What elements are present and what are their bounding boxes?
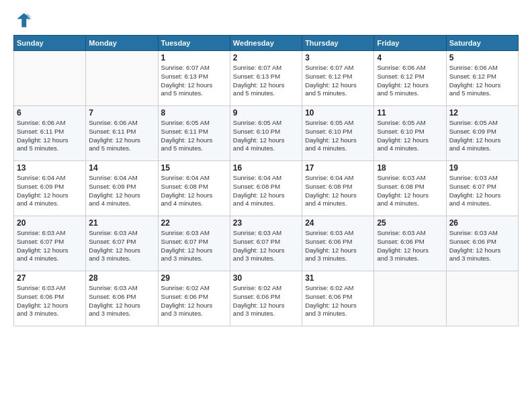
day-number: 7 [89, 108, 154, 118]
day-number: 23 [233, 218, 299, 228]
calendar-cell: 11Sunrise: 6:05 AM Sunset: 6:10 PM Dayli… [374, 106, 446, 161]
calendar-cell: 22Sunrise: 6:03 AM Sunset: 6:07 PM Dayli… [158, 216, 230, 271]
logo-icon [13, 11, 32, 30]
calendar-cell: 28Sunrise: 6:03 AM Sunset: 6:06 PM Dayli… [86, 271, 158, 326]
day-info: Sunrise: 6:05 AM Sunset: 6:10 PM Dayligh… [233, 119, 299, 153]
calendar-cell: 21Sunrise: 6:03 AM Sunset: 6:07 PM Dayli… [86, 216, 158, 271]
day-number: 4 [377, 53, 443, 62]
calendar-cell: 13Sunrise: 6:04 AM Sunset: 6:09 PM Dayli… [14, 161, 86, 216]
day-info: Sunrise: 6:03 AM Sunset: 6:07 PM Dayligh… [161, 229, 227, 263]
day-number: 14 [89, 163, 154, 173]
day-info: Sunrise: 6:04 AM Sunset: 6:08 PM Dayligh… [305, 174, 371, 208]
day-info: Sunrise: 6:05 AM Sunset: 6:10 PM Dayligh… [377, 119, 443, 153]
day-number: 12 [449, 108, 515, 118]
calendar-cell: 1Sunrise: 6:07 AM Sunset: 6:13 PM Daylig… [158, 51, 230, 106]
day-info: Sunrise: 6:04 AM Sunset: 6:08 PM Dayligh… [233, 174, 299, 208]
day-number: 25 [377, 218, 443, 228]
calendar-cell: 14Sunrise: 6:04 AM Sunset: 6:09 PM Dayli… [86, 161, 158, 216]
day-info: Sunrise: 6:03 AM Sunset: 6:07 PM Dayligh… [17, 229, 83, 263]
weekday-header-friday: Friday [374, 36, 446, 51]
weekday-header-monday: Monday [86, 36, 158, 51]
weekday-header-row: SundayMondayTuesdayWednesdayThursdayFrid… [14, 36, 519, 51]
week-row-4: 20Sunrise: 6:03 AM Sunset: 6:07 PM Dayli… [14, 216, 519, 271]
day-info: Sunrise: 6:02 AM Sunset: 6:06 PM Dayligh… [233, 284, 299, 318]
calendar-cell: 3Sunrise: 6:07 AM Sunset: 6:12 PM Daylig… [302, 51, 374, 106]
calendar-cell: 27Sunrise: 6:03 AM Sunset: 6:06 PM Dayli… [14, 271, 86, 326]
day-info: Sunrise: 6:04 AM Sunset: 6:09 PM Dayligh… [89, 174, 154, 208]
day-number: 28 [89, 273, 154, 283]
calendar-cell: 5Sunrise: 6:06 AM Sunset: 6:12 PM Daylig… [446, 51, 518, 106]
calendar-cell: 9Sunrise: 6:05 AM Sunset: 6:10 PM Daylig… [230, 106, 302, 161]
calendar-cell: 29Sunrise: 6:02 AM Sunset: 6:06 PM Dayli… [158, 271, 230, 326]
day-number: 2 [233, 53, 299, 62]
day-number: 22 [161, 218, 227, 228]
calendar-cell: 18Sunrise: 6:03 AM Sunset: 6:08 PM Dayli… [374, 161, 446, 216]
calendar-cell [86, 51, 158, 106]
page: SundayMondayTuesdayWednesdayThursdayFrid… [0, 0, 532, 411]
calendar-cell: 16Sunrise: 6:04 AM Sunset: 6:08 PM Dayli… [230, 161, 302, 216]
day-info: Sunrise: 6:06 AM Sunset: 6:12 PM Dayligh… [449, 64, 515, 98]
day-info: Sunrise: 6:03 AM Sunset: 6:06 PM Dayligh… [17, 284, 83, 318]
calendar-cell: 25Sunrise: 6:03 AM Sunset: 6:06 PM Dayli… [374, 216, 446, 271]
day-number: 5 [449, 53, 515, 62]
day-number: 16 [233, 163, 299, 173]
day-number: 24 [305, 218, 371, 228]
day-info: Sunrise: 6:05 AM Sunset: 6:11 PM Dayligh… [161, 119, 227, 153]
day-number: 29 [161, 273, 227, 283]
day-info: Sunrise: 6:06 AM Sunset: 6:12 PM Dayligh… [377, 64, 443, 98]
day-number: 8 [161, 108, 227, 118]
calendar-table: SundayMondayTuesdayWednesdayThursdayFrid… [13, 35, 519, 326]
calendar-cell [374, 271, 446, 326]
calendar-cell: 10Sunrise: 6:05 AM Sunset: 6:10 PM Dayli… [302, 106, 374, 161]
calendar-cell: 20Sunrise: 6:03 AM Sunset: 6:07 PM Dayli… [14, 216, 86, 271]
week-row-2: 6Sunrise: 6:06 AM Sunset: 6:11 PM Daylig… [14, 106, 519, 161]
day-info: Sunrise: 6:04 AM Sunset: 6:08 PM Dayligh… [161, 174, 227, 208]
day-info: Sunrise: 6:03 AM Sunset: 6:07 PM Dayligh… [89, 229, 154, 263]
day-number: 17 [305, 163, 371, 173]
weekday-header-tuesday: Tuesday [158, 36, 230, 51]
calendar-cell: 31Sunrise: 6:02 AM Sunset: 6:06 PM Dayli… [302, 271, 374, 326]
day-info: Sunrise: 6:02 AM Sunset: 6:06 PM Dayligh… [305, 284, 371, 318]
calendar-cell: 15Sunrise: 6:04 AM Sunset: 6:08 PM Dayli… [158, 161, 230, 216]
calendar-cell: 23Sunrise: 6:03 AM Sunset: 6:07 PM Dayli… [230, 216, 302, 271]
day-info: Sunrise: 6:06 AM Sunset: 6:11 PM Dayligh… [89, 119, 154, 153]
day-number: 30 [233, 273, 299, 283]
day-info: Sunrise: 6:05 AM Sunset: 6:09 PM Dayligh… [449, 119, 515, 153]
day-info: Sunrise: 6:02 AM Sunset: 6:06 PM Dayligh… [161, 284, 227, 318]
calendar-cell: 30Sunrise: 6:02 AM Sunset: 6:06 PM Dayli… [230, 271, 302, 326]
week-row-1: 1Sunrise: 6:07 AM Sunset: 6:13 PM Daylig… [14, 51, 519, 106]
calendar-cell: 12Sunrise: 6:05 AM Sunset: 6:09 PM Dayli… [446, 106, 518, 161]
day-info: Sunrise: 6:06 AM Sunset: 6:11 PM Dayligh… [17, 119, 83, 153]
calendar-cell: 17Sunrise: 6:04 AM Sunset: 6:08 PM Dayli… [302, 161, 374, 216]
day-info: Sunrise: 6:03 AM Sunset: 6:08 PM Dayligh… [377, 174, 443, 208]
day-number: 6 [17, 108, 83, 118]
calendar-cell [446, 271, 518, 326]
calendar-cell [14, 51, 86, 106]
calendar-cell: 19Sunrise: 6:03 AM Sunset: 6:07 PM Dayli… [446, 161, 518, 216]
day-info: Sunrise: 6:04 AM Sunset: 6:09 PM Dayligh… [17, 174, 83, 208]
day-number: 20 [17, 218, 83, 228]
day-info: Sunrise: 6:03 AM Sunset: 6:06 PM Dayligh… [89, 284, 154, 318]
day-number: 26 [449, 218, 515, 228]
day-number: 13 [17, 163, 83, 173]
day-info: Sunrise: 6:07 AM Sunset: 6:12 PM Dayligh… [305, 64, 371, 98]
day-info: Sunrise: 6:07 AM Sunset: 6:13 PM Dayligh… [233, 64, 299, 98]
day-info: Sunrise: 6:07 AM Sunset: 6:13 PM Dayligh… [161, 64, 227, 98]
day-number: 10 [305, 108, 371, 118]
calendar-cell: 2Sunrise: 6:07 AM Sunset: 6:13 PM Daylig… [230, 51, 302, 106]
weekday-header-thursday: Thursday [302, 36, 374, 51]
day-number: 19 [449, 163, 515, 173]
day-number: 9 [233, 108, 299, 118]
logo [13, 11, 35, 30]
weekday-header-saturday: Saturday [446, 36, 518, 51]
weekday-header-wednesday: Wednesday [230, 36, 302, 51]
day-info: Sunrise: 6:03 AM Sunset: 6:06 PM Dayligh… [377, 229, 443, 263]
day-number: 1 [161, 53, 227, 62]
day-number: 11 [377, 108, 443, 118]
day-number: 31 [305, 273, 371, 283]
day-info: Sunrise: 6:03 AM Sunset: 6:06 PM Dayligh… [449, 229, 515, 263]
week-row-3: 13Sunrise: 6:04 AM Sunset: 6:09 PM Dayli… [14, 161, 519, 216]
day-number: 3 [305, 53, 371, 62]
day-info: Sunrise: 6:03 AM Sunset: 6:06 PM Dayligh… [305, 229, 371, 263]
day-info: Sunrise: 6:03 AM Sunset: 6:07 PM Dayligh… [233, 229, 299, 263]
